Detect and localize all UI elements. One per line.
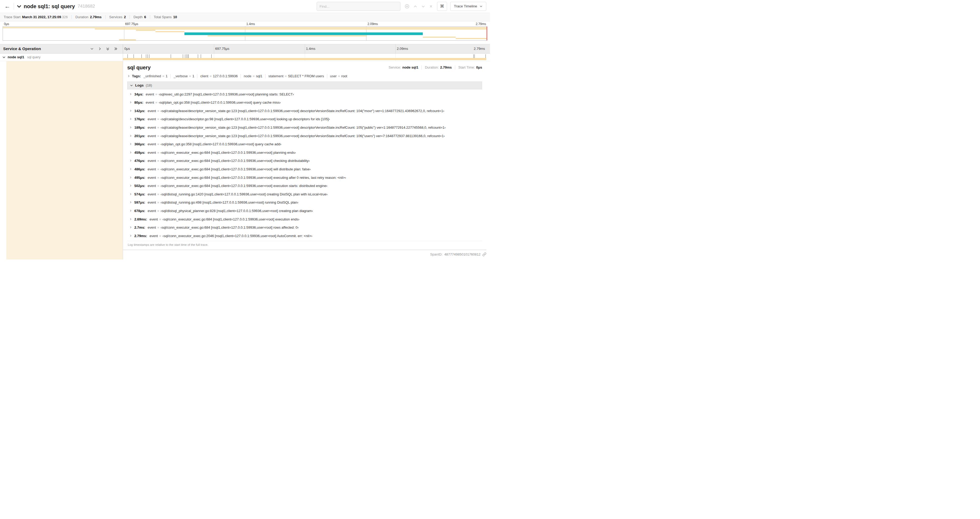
summary-item: Total Spans 10 <box>150 15 177 19</box>
log-row[interactable]: 2.79ms: event=‹sql/conn_executor_exec.go… <box>128 232 482 240</box>
minimap-tick-labels: 0μs 697.75μs 1.4ms 2.09ms 2.79ms <box>3 21 487 26</box>
summary-value-main: 2 <box>124 15 126 19</box>
chevron-down-icon <box>421 5 425 8</box>
find-clear-button[interactable] <box>429 5 433 8</box>
log-row[interactable]: 486μs: event=‹sql/conn_executor_exec.go:… <box>128 165 482 174</box>
log-value: ‹sql/distsql_running.go:498 [nsql1,clien… <box>161 200 299 204</box>
command-icon: ⌘ <box>440 4 444 9</box>
logs-count: (18) <box>146 83 152 88</box>
log-timestamp: 189μs: <box>134 126 145 130</box>
minimap-span-bar <box>156 31 185 32</box>
tag-item: client = 127.0.0.1:59936 <box>197 74 238 78</box>
span-meta-item: Service: node sql1 <box>388 65 418 70</box>
span-row-name-cell: node sql1 sql query <box>0 54 123 61</box>
log-key: event <box>146 92 154 96</box>
log-equals: = <box>157 159 159 163</box>
chevron-right-icon <box>98 47 102 51</box>
find-next-button[interactable] <box>421 5 425 8</box>
log-row[interactable]: 597μs: event=‹sql/distsql_running.go:498… <box>128 198 482 207</box>
span-row[interactable]: node sql1 sql query <box>0 54 490 61</box>
trace-view-dropdown[interactable]: Trace Timeline <box>450 2 486 11</box>
log-equals: = <box>157 142 159 146</box>
minimap-span-bar <box>456 38 487 39</box>
log-key: event <box>146 101 154 104</box>
expand-all-button[interactable] <box>114 47 118 51</box>
summary-item: Duration 2.79ms <box>72 15 102 19</box>
log-timestamp: 495μs: <box>134 176 145 180</box>
log-row[interactable]: 189μs: event=‹sql/catalog/lease/descript… <box>128 123 482 132</box>
find-prev-button[interactable] <box>413 5 417 8</box>
log-equals: = <box>157 126 159 129</box>
log-key: event <box>148 126 156 129</box>
log-row[interactable]: 80μs: event=‹sql/plan_opt.go:358 [nsql1,… <box>128 98 482 107</box>
span-service-name: node sql1 <box>8 55 24 59</box>
span-link-button[interactable] <box>482 252 486 256</box>
log-value: ‹sql/catalog/lease/descriptor_version_st… <box>161 109 444 113</box>
keyboard-shortcuts-button[interactable]: ⌘ <box>437 2 447 11</box>
log-row[interactable]: 2.7ms: event=‹sql/conn_executor_exec.go:… <box>128 224 482 232</box>
double-chevron-down-icon <box>106 47 110 51</box>
log-timestamp: 2.79ms: <box>134 234 147 238</box>
span-meta-item: Start Time: 0μs <box>455 65 482 70</box>
log-row[interactable]: 574μs: event=‹sql/distsql_running.go:142… <box>128 190 482 199</box>
log-row[interactable]: 502μs: event=‹sql/conn_executor_exec.go:… <box>128 182 482 190</box>
log-message: event=‹sql/plan_opt.go:358 [nsql1,client… <box>148 142 282 146</box>
log-row[interactable]: 142μs: event=‹sql/catalog/lease/descript… <box>128 107 482 115</box>
tag-key: _unfinished <box>143 74 161 78</box>
collapse-all-button[interactable] <box>106 47 110 51</box>
chevron-down-icon <box>2 55 6 59</box>
tags-label: Tags: <box>132 74 141 78</box>
log-equals: = <box>159 234 161 238</box>
span-meta-label: Start Time: <box>458 65 475 70</box>
timeline-header-left: Service & Operation <box>0 44 123 53</box>
summary-value: 2 <box>124 15 126 19</box>
log-message: event=‹sql/catalog/lease/descriptor_vers… <box>148 109 444 113</box>
log-row[interactable]: 459μs: event=‹sql/conn_executor_exec.go:… <box>128 149 482 157</box>
log-row[interactable]: 176μs: event=‹sql/catalog/descs/descript… <box>128 115 482 123</box>
summary-item: Depth 6 <box>130 15 146 19</box>
trace-collapse-toggle[interactable] <box>17 4 22 9</box>
tag-item: _verbose = 1 <box>170 74 194 78</box>
collapse-one-button[interactable] <box>90 47 94 51</box>
log-row[interactable]: 495μs: event=‹sql/conn_executor_exec.go:… <box>128 174 482 182</box>
find-input[interactable] <box>317 2 401 11</box>
chevron-right-icon <box>129 218 132 220</box>
expand-one-button[interactable] <box>98 47 102 51</box>
log-message: event=‹sql/catalog/lease/descriptor_vers… <box>148 134 445 138</box>
log-equals: = <box>157 167 159 171</box>
log-value: ‹sql/conn_executor_exec.go:684 [nsql1,cl… <box>161 225 299 230</box>
back-button[interactable]: ← <box>3 2 12 11</box>
minimap-span-bar <box>185 34 423 35</box>
tick-label: 2.09ms <box>366 22 379 26</box>
chevron-right-icon <box>129 101 132 104</box>
logs-accordian-header[interactable]: Logs (18) <box>127 81 482 89</box>
tick-label: 0μs <box>3 22 11 26</box>
log-marker <box>188 54 189 58</box>
log-row[interactable]: 476μs: event=‹sql/conn_executor_exec.go:… <box>128 156 482 165</box>
log-row[interactable]: 366μs: event=‹sql/plan_opt.go:358 [nsql1… <box>128 140 482 149</box>
log-key: event <box>148 134 156 138</box>
log-equals: = <box>157 109 159 113</box>
log-row[interactable]: 678μs: event=‹sql/distsql_physical_plann… <box>128 207 482 215</box>
circle-plus-icon <box>405 4 409 9</box>
log-message: event=‹sql/conn_executor_exec.go:2046 [n… <box>150 234 312 238</box>
tick-label: 0μs <box>123 47 131 51</box>
chevron-down-icon <box>90 47 94 51</box>
tags-accordian[interactable]: Tags: _unfinished = 1 _verbose <box>127 74 482 78</box>
log-row[interactable]: 201μs: event=‹sql/catalog/lease/descript… <box>128 132 482 140</box>
span-children-toggle[interactable] <box>2 55 6 59</box>
log-row[interactable]: 34μs: event=‹sql/exec_util.go:2297 [nsql… <box>128 90 482 99</box>
log-equals: = <box>159 217 161 221</box>
tag-value: root <box>341 74 347 78</box>
chevron-right-icon <box>129 176 132 179</box>
minimap-scrubber-handle[interactable] <box>487 27 487 40</box>
span-id-value: 4877749850101760812 <box>444 252 480 257</box>
span-id-row: SpanID: 4877749850101760812 <box>123 250 486 259</box>
minimap-span-bar <box>119 39 136 40</box>
find-add-button[interactable] <box>405 4 409 9</box>
tag-key: statement <box>269 74 283 78</box>
log-row[interactable]: 2.69ms: event=‹sql/conn_executor_exec.go… <box>128 215 482 224</box>
minimap-graph[interactable] <box>3 26 487 41</box>
log-message: event=‹sql/catalog/descs/descriptor.go:9… <box>148 117 330 121</box>
minimap-span-bar <box>423 37 456 38</box>
